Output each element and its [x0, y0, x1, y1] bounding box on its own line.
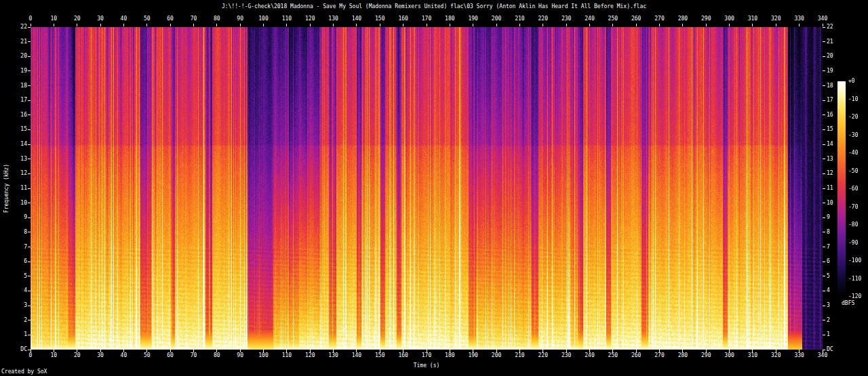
legend-tick-label: -70: [848, 204, 858, 211]
time-tick-mark-top: [286, 24, 287, 26]
time-tick-label-bottom: 270: [654, 352, 664, 359]
time-tick-mark-bottom: [496, 350, 497, 352]
freq-tick-label-left: 1: [11, 331, 27, 338]
time-tick-label-top: 130: [328, 16, 338, 22]
time-tick-mark-top: [799, 24, 800, 26]
legend-tick-label: -20: [848, 114, 858, 121]
time-tick-mark-bottom: [123, 350, 124, 352]
freq-tick-label-left: 15: [11, 126, 27, 133]
freq-tick-label-left: 7: [11, 244, 27, 251]
time-tick-label-top: 70: [191, 16, 197, 22]
time-tick-mark-top: [823, 24, 823, 26]
time-tick-mark-bottom: [427, 350, 427, 352]
time-tick-label-top: 290: [701, 16, 711, 22]
freq-tick-mark-left: [28, 247, 31, 247]
time-tick-mark-top: [636, 24, 637, 26]
time-tick-label-top: 190: [468, 16, 477, 22]
time-tick-mark-bottom: [823, 350, 823, 352]
time-tick-label-top: 250: [608, 16, 618, 22]
time-tick-label-bottom: 280: [678, 352, 688, 359]
time-tick-label-top: 320: [771, 16, 781, 22]
freq-tick-label-right: 4: [827, 287, 830, 294]
freq-tick-label-left: 2: [11, 317, 27, 324]
time-tick-label-top: 140: [352, 16, 361, 22]
time-tick-mark-bottom: [450, 350, 450, 352]
freq-tick-label-right: 9: [827, 214, 830, 221]
freq-tick-mark-left: [28, 291, 31, 291]
freq-tick-label-left: 21: [11, 39, 27, 45]
freq-tick-mark-right: [823, 262, 825, 262]
time-tick-label-bottom: 70: [191, 352, 197, 359]
freq-tick-label-right: 10: [827, 200, 833, 207]
freq-tick-mark-left: [28, 144, 31, 145]
freq-tick-label-left: 10: [11, 200, 27, 207]
time-tick-mark-bottom: [612, 350, 613, 352]
time-tick-mark-top: [729, 24, 730, 26]
freq-tick-mark-right: [823, 70, 825, 71]
time-tick-label-bottom: 160: [398, 352, 408, 359]
freq-tick-label-left: 4: [11, 287, 27, 294]
freq-tick-label-left: 3: [11, 302, 27, 309]
time-tick-label-bottom: 260: [631, 352, 641, 359]
time-tick-mark-bottom: [286, 350, 287, 352]
freq-tick-mark-right: [823, 232, 825, 232]
time-tick-label-bottom: 0: [29, 352, 33, 359]
freq-tick-mark-right: [823, 203, 825, 203]
time-tick-mark-top: [496, 24, 497, 26]
freq-tick-mark-right: [823, 27, 825, 28]
time-tick-label-top: 170: [422, 16, 431, 22]
freq-tick-label-left: 12: [11, 170, 27, 177]
freq-tick-label-right: 1: [827, 331, 830, 338]
freq-tick-mark-left: [28, 41, 31, 42]
legend-tick-label: -50: [848, 168, 858, 175]
time-tick-label-top: 100: [258, 16, 268, 22]
time-tick-mark-bottom: [682, 350, 683, 352]
time-tick-label-bottom: 320: [771, 352, 781, 359]
freq-tick-mark-left: [28, 159, 31, 159]
time-tick-mark-bottom: [380, 350, 380, 352]
time-tick-label-top: 300: [724, 16, 734, 22]
time-tick-mark-bottom: [193, 350, 194, 352]
time-tick-mark-top: [380, 24, 380, 26]
time-tick-label-bottom: 240: [585, 352, 594, 359]
time-tick-label-top: 340: [818, 16, 827, 22]
time-tick-mark-bottom: [636, 350, 637, 352]
legend-tick-label: +0: [848, 78, 855, 85]
freq-tick-mark-left: [28, 70, 31, 71]
time-tick-label-top: 160: [398, 16, 408, 22]
time-tick-mark-top: [519, 24, 520, 26]
time-tick-mark-bottom: [403, 350, 403, 352]
freq-tick-label-left: 18: [11, 83, 27, 89]
time-tick-mark-bottom: [77, 350, 77, 352]
freq-tick-label-right: 2: [827, 317, 830, 324]
freq-tick-label-right: 22: [827, 24, 833, 30]
freq-tick-mark-left: [28, 203, 31, 203]
time-tick-label-top: 210: [515, 16, 524, 22]
time-tick-label-bottom: 200: [492, 352, 501, 359]
time-tick-label-bottom: 80: [214, 352, 220, 359]
time-tick-label-bottom: 300: [724, 352, 734, 359]
freq-tick-mark-left: [28, 100, 31, 101]
spectrogram-canvas: [31, 27, 823, 350]
time-tick-label-top: 230: [561, 16, 571, 22]
time-tick-label-top: 240: [585, 16, 594, 22]
time-tick-label-bottom: 210: [515, 352, 524, 359]
time-tick-label-top: 80: [214, 16, 220, 22]
freq-tick-mark-right: [823, 350, 825, 350]
time-tick-mark-top: [659, 24, 660, 26]
time-tick-mark-bottom: [519, 350, 520, 352]
freq-tick-label-right: 8: [827, 229, 830, 236]
time-tick-mark-bottom: [31, 350, 31, 352]
time-tick-mark-bottom: [799, 350, 800, 352]
time-tick-label-top: 10: [51, 16, 58, 22]
time-tick-label-bottom: 180: [445, 352, 454, 359]
sox-spectrogram-window: J:\!!-!-G-check\2018 Madonna - Save My S…: [0, 0, 868, 376]
freq-tick-label-left: DC: [11, 346, 27, 353]
time-tick-label-top: 150: [375, 16, 384, 22]
freq-tick-label-right: 5: [827, 273, 830, 280]
time-tick-label-bottom: 40: [121, 352, 127, 359]
time-tick-label-bottom: 20: [74, 352, 81, 359]
time-tick-mark-top: [333, 24, 334, 26]
created-by-credit: Created by SoX: [1, 369, 47, 375]
time-tick-label-bottom: 340: [818, 352, 827, 359]
